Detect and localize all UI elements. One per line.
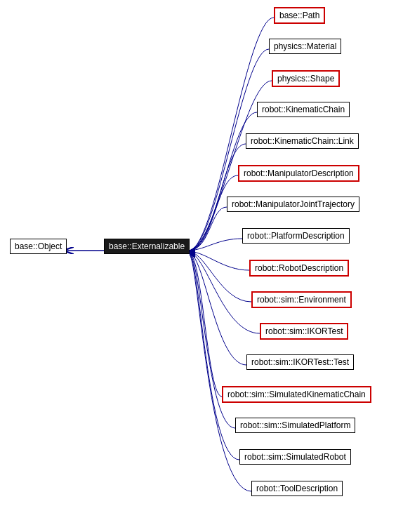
- node-robot-platform-desc[interactable]: robot::PlatformDescription: [242, 228, 350, 244]
- svg-marker-10: [190, 248, 195, 255]
- svg-marker-17: [190, 251, 195, 258]
- svg-marker-12: [190, 248, 195, 255]
- node-base-path-label: base::Path: [279, 11, 319, 20]
- svg-marker-16: [190, 251, 195, 258]
- node-robot-sim-simulated-robot[interactable]: robot::sim::SimulatedRobot: [239, 449, 351, 465]
- node-robot-sim-simulated-kinematic-label: robot::sim::SimulatedKinematicChain: [227, 390, 366, 399]
- svg-marker-4: [190, 247, 195, 254]
- node-robot-sim-simulated-kinematic[interactable]: robot::sim::SimulatedKinematicChain: [222, 386, 371, 403]
- node-robot-kinematic-chain[interactable]: robot::KinematicChain: [257, 102, 350, 117]
- node-robot-kinematic-chain-link[interactable]: robot::KinematicChain::Link: [246, 133, 359, 149]
- node-robot-tool-desc-label: robot::ToolDescription: [256, 484, 338, 493]
- node-robot-sim-environment-label: robot::sim::Environment: [257, 295, 346, 305]
- svg-marker-7: [190, 247, 195, 254]
- node-base-object-label: base::Object: [15, 241, 62, 251]
- node-robot-manipulator-desc[interactable]: robot::ManipulatorDescription: [238, 165, 359, 182]
- svg-marker-8: [190, 247, 195, 254]
- node-robot-sim-simulated-robot-label: robot::sim::SimulatedRobot: [244, 452, 346, 462]
- svg-marker-13: [190, 249, 195, 256]
- node-physics-shape[interactable]: physics::Shape: [272, 70, 340, 87]
- node-robot-sim-ikortest[interactable]: robot::sim::IKORTest: [260, 323, 348, 340]
- svg-marker-3: [190, 247, 195, 254]
- node-robot-sim-ikortest-test[interactable]: robot::sim::IKORTest::Test: [246, 354, 354, 370]
- node-robot-sim-simulated-platform-label: robot::sim::SimulatedPlatform: [240, 420, 350, 430]
- svg-marker-6: [190, 247, 195, 254]
- node-robot-kinematic-chain-link-label: robot::KinematicChain::Link: [251, 136, 354, 146]
- node-robot-robot-desc-label: robot::RobotDescription: [255, 263, 343, 273]
- svg-marker-11: [190, 248, 195, 255]
- diagram-container: base::Object base::Externalizable base::…: [0, 0, 403, 532]
- node-robot-sim-ikortest-label: robot::sim::IKORTest: [265, 326, 343, 336]
- node-robot-kinematic-chain-label: robot::KinematicChain: [262, 105, 345, 114]
- node-robot-sim-simulated-platform[interactable]: robot::sim::SimulatedPlatform: [235, 418, 355, 433]
- svg-marker-2: [190, 247, 195, 254]
- node-base-externalizable[interactable]: base::Externalizable: [104, 239, 190, 254]
- node-robot-manipulator-desc-label: robot::ManipulatorDescription: [244, 168, 354, 178]
- node-physics-material[interactable]: physics::Material: [269, 39, 341, 54]
- node-base-object[interactable]: base::Object: [10, 239, 67, 254]
- node-robot-manipulator-joint-label: robot::ManipulatorJointTrajectory: [232, 199, 355, 209]
- svg-marker-14: [190, 250, 195, 257]
- node-physics-shape-label: physics::Shape: [277, 74, 334, 84]
- node-robot-robot-desc[interactable]: robot::RobotDescription: [249, 260, 349, 277]
- svg-marker-5: [190, 247, 195, 254]
- node-robot-tool-desc[interactable]: robot::ToolDescription: [251, 481, 343, 496]
- node-physics-material-label: physics::Material: [274, 41, 336, 51]
- node-robot-sim-ikortest-test-label: robot::sim::IKORTest::Test: [251, 357, 349, 367]
- node-base-path[interactable]: base::Path: [274, 7, 325, 24]
- svg-marker-9: [190, 247, 195, 254]
- node-base-externalizable-label: base::Externalizable: [109, 241, 185, 251]
- node-robot-manipulator-joint[interactable]: robot::ManipulatorJointTrajectory: [227, 197, 359, 212]
- node-robot-sim-environment[interactable]: robot::sim::Environment: [251, 291, 352, 308]
- svg-marker-15: [190, 251, 195, 258]
- node-robot-platform-desc-label: robot::PlatformDescription: [247, 231, 345, 241]
